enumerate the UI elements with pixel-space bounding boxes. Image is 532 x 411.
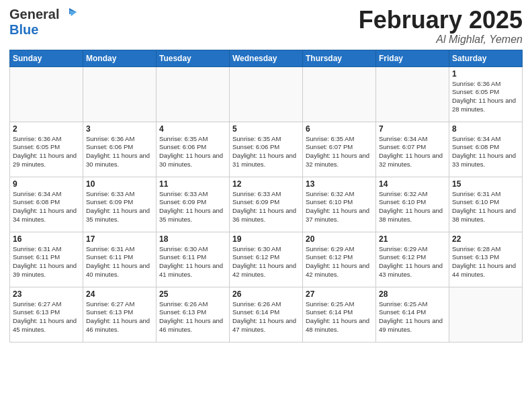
day-info: Sunrise: 6:25 AM Sunset: 6:14 PM Dayligh…: [306, 300, 373, 334]
day-info: Sunrise: 6:33 AM Sunset: 6:09 PM Dayligh…: [159, 190, 226, 224]
calendar-cell: 28Sunrise: 6:25 AM Sunset: 6:14 PM Dayli…: [376, 287, 449, 342]
day-info: Sunrise: 6:33 AM Sunset: 6:09 PM Dayligh…: [232, 190, 300, 224]
calendar-cell: 23Sunrise: 6:27 AM Sunset: 6:13 PM Dayli…: [10, 287, 83, 342]
calendar-cell: 17Sunrise: 6:31 AM Sunset: 6:11 PM Dayli…: [83, 232, 157, 287]
calendar-cell: 11Sunrise: 6:33 AM Sunset: 6:09 PM Dayli…: [157, 177, 230, 232]
day-info: Sunrise: 6:27 AM Sunset: 6:13 PM Dayligh…: [13, 300, 80, 334]
calendar-week-5: 23Sunrise: 6:27 AM Sunset: 6:13 PM Dayli…: [10, 287, 523, 342]
calendar-cell: 8Sunrise: 6:34 AM Sunset: 6:08 PM Daylig…: [449, 122, 523, 177]
day-info: Sunrise: 6:34 AM Sunset: 6:08 PM Dayligh…: [13, 190, 80, 224]
day-info: Sunrise: 6:33 AM Sunset: 6:09 PM Dayligh…: [86, 190, 153, 224]
calendar-cell: 5Sunrise: 6:35 AM Sunset: 6:06 PM Daylig…: [230, 122, 303, 177]
calendar-cell: 14Sunrise: 6:32 AM Sunset: 6:10 PM Dayli…: [376, 177, 449, 232]
day-info: Sunrise: 6:35 AM Sunset: 6:06 PM Dayligh…: [232, 135, 300, 169]
calendar-cell: 16Sunrise: 6:31 AM Sunset: 6:11 PM Dayli…: [10, 232, 83, 287]
day-number: 19: [232, 234, 300, 244]
day-info: Sunrise: 6:30 AM Sunset: 6:12 PM Dayligh…: [232, 245, 300, 279]
calendar-week-3: 9Sunrise: 6:34 AM Sunset: 6:08 PM Daylig…: [10, 177, 523, 232]
calendar-cell: [157, 66, 230, 122]
calendar-cell: 3Sunrise: 6:36 AM Sunset: 6:06 PM Daylig…: [83, 122, 157, 177]
day-number: 21: [379, 234, 446, 244]
calendar-cell: 20Sunrise: 6:29 AM Sunset: 6:12 PM Dayli…: [303, 232, 376, 287]
day-number: 23: [13, 289, 80, 299]
calendar-cell: 27Sunrise: 6:25 AM Sunset: 6:14 PM Dayli…: [303, 287, 376, 342]
header-sunday: Sunday: [10, 50, 83, 66]
calendar-location: Al Mighlaf, Yemen: [359, 34, 523, 46]
calendar-cell: 21Sunrise: 6:29 AM Sunset: 6:12 PM Dayli…: [376, 232, 449, 287]
day-info: Sunrise: 6:25 AM Sunset: 6:14 PM Dayligh…: [379, 300, 446, 334]
calendar-cell: 4Sunrise: 6:35 AM Sunset: 6:06 PM Daylig…: [157, 122, 230, 177]
day-number: 2: [13, 124, 80, 134]
day-number: 6: [306, 124, 373, 134]
calendar-week-2: 2Sunrise: 6:36 AM Sunset: 6:05 PM Daylig…: [10, 122, 523, 177]
calendar-cell: [376, 66, 449, 122]
day-info: Sunrise: 6:28 AM Sunset: 6:13 PM Dayligh…: [452, 245, 519, 279]
day-info: Sunrise: 6:26 AM Sunset: 6:13 PM Dayligh…: [159, 300, 226, 334]
day-info: Sunrise: 6:31 AM Sunset: 6:11 PM Dayligh…: [13, 245, 80, 279]
day-info: Sunrise: 6:31 AM Sunset: 6:11 PM Dayligh…: [86, 245, 153, 279]
day-info: Sunrise: 6:34 AM Sunset: 6:07 PM Dayligh…: [379, 135, 446, 169]
day-number: 24: [86, 289, 153, 299]
day-number: 5: [232, 124, 300, 134]
day-info: Sunrise: 6:31 AM Sunset: 6:10 PM Dayligh…: [452, 190, 519, 224]
day-info: Sunrise: 6:32 AM Sunset: 6:10 PM Dayligh…: [379, 190, 446, 224]
calendar-table: Sunday Monday Tuesday Wednesday Thursday…: [9, 50, 523, 342]
calendar-cell: [83, 66, 157, 122]
logo-blue-text: Blue: [9, 22, 38, 37]
header-saturday: Saturday: [449, 50, 523, 66]
day-number: 11: [159, 179, 226, 189]
calendar-cell: 24Sunrise: 6:27 AM Sunset: 6:13 PM Dayli…: [83, 287, 157, 342]
day-number: 15: [452, 179, 519, 189]
day-info: Sunrise: 6:36 AM Sunset: 6:05 PM Dayligh…: [13, 135, 80, 169]
day-number: 17: [86, 234, 153, 244]
calendar-cell: 12Sunrise: 6:33 AM Sunset: 6:09 PM Dayli…: [230, 177, 303, 232]
day-number: 1: [452, 69, 519, 79]
day-number: 16: [13, 234, 80, 244]
header-tuesday: Tuesday: [157, 50, 230, 66]
calendar-cell: 26Sunrise: 6:26 AM Sunset: 6:14 PM Dayli…: [230, 287, 303, 342]
day-number: 4: [159, 124, 226, 134]
day-info: Sunrise: 6:29 AM Sunset: 6:12 PM Dayligh…: [379, 245, 446, 279]
logo: General Blue: [9, 7, 77, 38]
day-number: 12: [232, 179, 300, 189]
day-number: 14: [379, 179, 446, 189]
day-info: Sunrise: 6:34 AM Sunset: 6:08 PM Dayligh…: [452, 135, 519, 169]
title-block: February 2025 Al Mighlaf, Yemen: [359, 7, 523, 46]
day-info: Sunrise: 6:36 AM Sunset: 6:05 PM Dayligh…: [452, 80, 519, 114]
header: General Blue February 2025 Al Mighlaf, Y…: [9, 7, 523, 46]
day-info: Sunrise: 6:35 AM Sunset: 6:07 PM Dayligh…: [306, 135, 373, 169]
day-number: 28: [379, 289, 446, 299]
header-friday: Friday: [376, 50, 449, 66]
calendar-cell: 15Sunrise: 6:31 AM Sunset: 6:10 PM Dayli…: [449, 177, 523, 232]
logo-bird-icon: [62, 7, 77, 21]
day-info: Sunrise: 6:30 AM Sunset: 6:11 PM Dayligh…: [159, 245, 226, 279]
calendar-cell: [230, 66, 303, 122]
calendar-cell: 18Sunrise: 6:30 AM Sunset: 6:11 PM Dayli…: [157, 232, 230, 287]
calendar-title: February 2025: [359, 7, 523, 34]
day-number: 3: [86, 124, 153, 134]
weekday-header-row: Sunday Monday Tuesday Wednesday Thursday…: [10, 50, 523, 66]
calendar-cell: 2Sunrise: 6:36 AM Sunset: 6:05 PM Daylig…: [10, 122, 83, 177]
day-info: Sunrise: 6:29 AM Sunset: 6:12 PM Dayligh…: [306, 245, 373, 279]
calendar-cell: 10Sunrise: 6:33 AM Sunset: 6:09 PM Dayli…: [83, 177, 157, 232]
calendar-cell: 1Sunrise: 6:36 AM Sunset: 6:05 PM Daylig…: [449, 66, 523, 122]
day-info: Sunrise: 6:26 AM Sunset: 6:14 PM Dayligh…: [232, 300, 300, 334]
calendar-cell: 6Sunrise: 6:35 AM Sunset: 6:07 PM Daylig…: [303, 122, 376, 177]
calendar-cell: 13Sunrise: 6:32 AM Sunset: 6:10 PM Dayli…: [303, 177, 376, 232]
day-number: 7: [379, 124, 446, 134]
calendar-cell: 9Sunrise: 6:34 AM Sunset: 6:08 PM Daylig…: [10, 177, 83, 232]
calendar-cell: 19Sunrise: 6:30 AM Sunset: 6:12 PM Dayli…: [230, 232, 303, 287]
calendar-week-4: 16Sunrise: 6:31 AM Sunset: 6:11 PM Dayli…: [10, 232, 523, 287]
calendar-cell: 7Sunrise: 6:34 AM Sunset: 6:07 PM Daylig…: [376, 122, 449, 177]
day-number: 18: [159, 234, 226, 244]
calendar-cell: [449, 287, 523, 342]
day-number: 27: [306, 289, 373, 299]
calendar-cell: 25Sunrise: 6:26 AM Sunset: 6:13 PM Dayli…: [157, 287, 230, 342]
day-info: Sunrise: 6:27 AM Sunset: 6:13 PM Dayligh…: [86, 300, 153, 334]
day-number: 9: [13, 179, 80, 189]
day-number: 10: [86, 179, 153, 189]
logo-general-text: General: [9, 7, 59, 22]
calendar-cell: [10, 66, 83, 122]
header-thursday: Thursday: [303, 50, 376, 66]
day-info: Sunrise: 6:32 AM Sunset: 6:10 PM Dayligh…: [306, 190, 373, 224]
